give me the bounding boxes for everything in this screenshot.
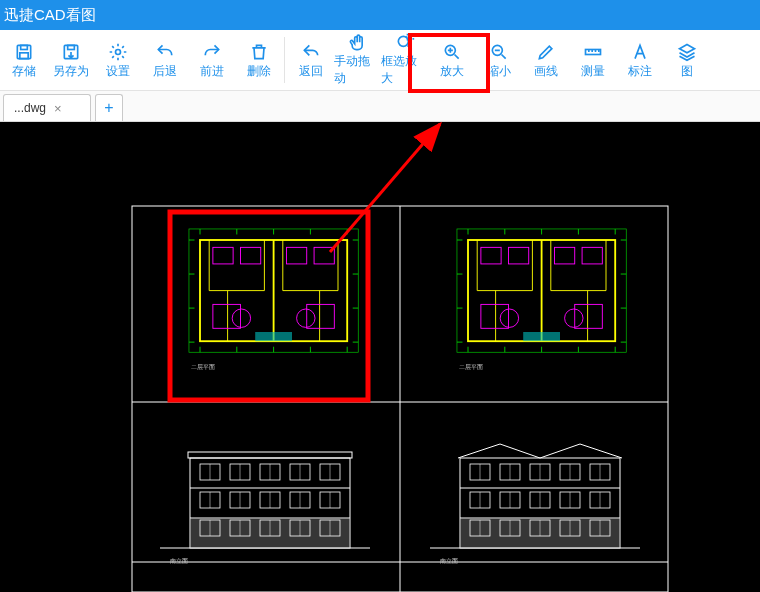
svg-rect-56 — [523, 332, 560, 341]
trash-icon — [248, 41, 270, 63]
letter-a-icon — [629, 41, 651, 63]
back-button[interactable]: 后退 — [141, 33, 188, 87]
pencil-icon — [535, 41, 557, 63]
toolbar-label: 另存为 — [53, 63, 89, 80]
settings-button[interactable]: 设置 — [94, 33, 141, 87]
toolbar-label: 后退 — [153, 63, 177, 80]
toolbar-label: 存储 — [12, 63, 36, 80]
layers-button[interactable]: 图 — [663, 33, 710, 87]
toolbar-label: 前进 — [200, 63, 224, 80]
svg-rect-53 — [575, 304, 603, 328]
toolbar-label: 手动拖动 — [334, 53, 381, 87]
title-bar: 迅捷CAD看图 — [0, 0, 760, 30]
svg-rect-19 — [286, 247, 306, 264]
svg-rect-50 — [554, 247, 574, 264]
ruler-icon — [582, 41, 604, 63]
line-button[interactable]: 画线 — [522, 33, 569, 87]
toolbar-label: 框选放大 — [381, 53, 428, 87]
zoom-box-button[interactable]: 框选放大 — [381, 33, 428, 87]
svg-point-54 — [500, 309, 518, 327]
redo-icon — [201, 41, 223, 63]
svg-text:南立面: 南立面 — [440, 557, 458, 564]
drawing-canvas[interactable]: 二层平面二层平面南立面南立面 — [0, 122, 760, 592]
toolbar-label: 删除 — [247, 63, 271, 80]
svg-rect-25 — [255, 332, 292, 341]
gear-icon — [107, 41, 129, 63]
svg-rect-21 — [213, 304, 241, 328]
zoom-out-icon — [488, 41, 510, 63]
svg-rect-52 — [481, 304, 509, 328]
svg-point-24 — [297, 309, 315, 327]
zoom-in-button[interactable]: 放大 — [428, 33, 475, 87]
toolbar-separator — [284, 37, 285, 83]
zoom-in-icon — [441, 41, 463, 63]
new-tab-button[interactable]: + — [95, 94, 123, 121]
svg-rect-51 — [582, 247, 602, 264]
hand-icon — [347, 33, 369, 53]
delete-button[interactable]: 删除 — [235, 33, 282, 87]
svg-point-55 — [565, 309, 583, 327]
tab-bar: ...dwg × + — [0, 91, 760, 122]
toolbar-label: 标注 — [628, 63, 652, 80]
return-icon — [300, 41, 322, 63]
toolbar-label: 返回 — [299, 63, 323, 80]
svg-rect-2 — [19, 52, 27, 58]
floppy-arrow-icon — [60, 41, 82, 63]
tab-label: ...dwg — [14, 101, 46, 115]
toolbar-label: 图 — [681, 63, 693, 80]
svg-text:二层平面: 二层平面 — [191, 364, 215, 370]
svg-rect-49 — [508, 247, 528, 264]
layers-icon — [676, 41, 698, 63]
svg-point-5 — [115, 49, 120, 54]
svg-rect-17 — [213, 247, 233, 264]
undo-icon — [154, 41, 176, 63]
annotation-arrow — [330, 124, 440, 252]
plus-icon: + — [104, 99, 113, 117]
svg-rect-48 — [481, 247, 501, 264]
toolbar-label: 测量 — [581, 63, 605, 80]
svg-rect-1 — [20, 45, 27, 49]
svg-point-23 — [232, 309, 250, 327]
svg-rect-4 — [67, 45, 74, 49]
file-tab[interactable]: ...dwg × — [3, 94, 91, 121]
zoom-out-button[interactable]: 缩小 — [475, 33, 522, 87]
svg-rect-79 — [188, 452, 352, 458]
annotate-button[interactable]: 标注 — [616, 33, 663, 87]
svg-text:二层平面: 二层平面 — [459, 364, 483, 370]
toolbar-label: 画线 — [534, 63, 558, 80]
toolbar: 存储另存为设置后退前进删除返回手动拖动框选放大放大缩小画线测量标注图 — [0, 30, 760, 91]
floppy-icon — [13, 41, 35, 63]
zoom-box-icon — [394, 33, 416, 53]
svg-text:南立面: 南立面 — [170, 557, 188, 564]
svg-rect-18 — [240, 247, 260, 264]
svg-rect-22 — [307, 304, 335, 328]
forward-button[interactable]: 前进 — [188, 33, 235, 87]
toolbar-label: 缩小 — [487, 63, 511, 80]
save-button[interactable]: 存储 — [0, 33, 47, 87]
return-button[interactable]: 返回 — [287, 33, 334, 87]
app-title: 迅捷CAD看图 — [4, 6, 96, 23]
toolbar-label: 设置 — [106, 63, 130, 80]
saveas-button[interactable]: 另存为 — [47, 33, 94, 87]
measure-button[interactable]: 测量 — [569, 33, 616, 87]
pan-button[interactable]: 手动拖动 — [334, 33, 381, 87]
toolbar-label: 放大 — [440, 63, 464, 80]
close-icon[interactable]: × — [54, 101, 62, 116]
svg-rect-7 — [406, 35, 413, 40]
